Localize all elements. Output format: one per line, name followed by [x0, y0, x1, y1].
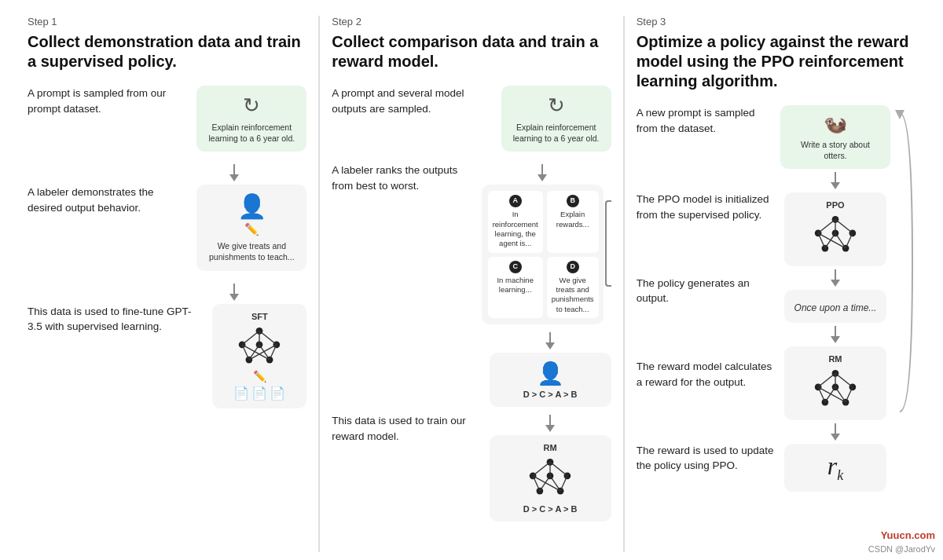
sft-network-svg [232, 323, 287, 370]
feedback-arrow-wrap [893, 105, 915, 435]
svg-marker-24 [545, 425, 555, 432]
step2-person-card-wrap: 👤 D > C > A > B [490, 331, 611, 407]
svg-line-36 [540, 476, 550, 491]
pencil-icon: ✏️ [244, 222, 259, 236]
step3-title: Optimize a policy against the reward mod… [637, 32, 915, 91]
step3-card-label1: Write a story about otters. [790, 140, 881, 161]
step3-text2: The PPO model is initialized from the su… [637, 192, 774, 240]
step2-person-section: 👤 D > C > A > B [332, 331, 611, 407]
step2-title: Collect comparison data and train a rewa… [332, 32, 611, 71]
svg-line-69 [818, 387, 846, 402]
comp-cards-wrap: A In reinforcement learning, the agent i… [482, 163, 604, 324]
cell-text-a: In reinforcement learning, the agent is.… [493, 210, 538, 248]
arrow-step3-1 [829, 172, 842, 189]
file-icon3: 📄 [270, 386, 285, 401]
step3-card4: RM [784, 346, 886, 420]
step2-rm-card: RM [490, 435, 611, 522]
step2-text3: This data is used to train our reward mo… [332, 413, 484, 444]
cell-text-b: Explain rewards... [552, 210, 594, 229]
arrow-step2-3 [544, 415, 556, 432]
step3-cards: 🦦 Write a story about otters. PPO [780, 105, 890, 492]
step1-card-label2: We give treats and punishments to teach.… [206, 241, 297, 262]
comp-cell-d: D We give treats and punishments to teac… [547, 257, 599, 318]
comp-cell-c: C In machine learning... [488, 257, 543, 318]
bracket-line [605, 200, 611, 287]
watermark-red: Yuucn.com [881, 529, 935, 541]
cell-text-c: In machine learning... [493, 276, 538, 295]
file-icons: 📄 📄 📄 [233, 386, 285, 401]
feedback-arrow-svg [893, 105, 915, 435]
ppo-label: PPO [826, 200, 844, 210]
step3-text1: A new prompt is sampled from the dataset… [637, 105, 774, 154]
arrow1 [28, 164, 306, 181]
comparison-group: A In reinforcement learning, the agent i… [482, 163, 611, 324]
pencil-icon2: ✏️ [253, 370, 266, 382]
step3-text4: The reward model calculates a reward for… [637, 359, 774, 408]
step3-card3: Once upon a time... [784, 290, 886, 323]
step1-card-prompt: ↻ Explain reinforcement learning to a 6 … [196, 86, 306, 152]
recycle-icon2: ↻ [548, 93, 565, 118]
step1-text2: A labeler demonstrates the desired outpu… [28, 185, 187, 215]
svg-marker-20 [538, 174, 547, 181]
step2-text1: A prompt and several model outputs are s… [332, 86, 491, 116]
step1-row2: A labeler demonstrates the desired outpu… [28, 185, 306, 270]
svg-line-70 [825, 387, 835, 402]
step1-row3: This data is used to fine-tune GPT-3.5 w… [28, 304, 306, 408]
step3-texts: A new prompt is sampled from the dataset… [637, 105, 774, 492]
rm-label: RM [544, 443, 557, 452]
step2-text2: A labeler ranks the outputs from best to… [332, 163, 476, 193]
step2-card-label1: Explain reinforcement learning to a 6 ye… [511, 123, 602, 144]
step2-comparison-section: A labeler ranks the outputs from best to… [332, 163, 611, 324]
step2-column: Step 2 Collect comparison data and train… [320, 16, 623, 552]
step2-comp-grid-card: A In reinforcement learning, the agent i… [482, 185, 604, 324]
step3-card1: 🦦 Write a story about otters. [780, 105, 890, 169]
step2-label: Step 2 [332, 16, 611, 27]
step2-rm-section: This data is used to train our reward mo… [332, 413, 611, 522]
svg-line-54 [846, 233, 853, 248]
main-container: Step 1 Collect demonstration data and tr… [0, 0, 943, 560]
arrow-step3-4 [829, 423, 842, 441]
step2-content: A prompt and several model outputs are s… [332, 86, 611, 522]
step3-card-label3: Once upon a time... [794, 302, 877, 315]
sft-label: SFT [251, 312, 268, 321]
step1-column: Step 1 Collect demonstration data and tr… [16, 16, 319, 552]
step3-card5: rk [784, 444, 886, 492]
step3-column: Step 3 Optimize a policy against the rew… [625, 16, 927, 552]
svg-line-72 [846, 387, 853, 402]
step3-content: A new prompt is sampled from the dataset… [637, 105, 915, 492]
svg-marker-40 [831, 182, 840, 189]
ppo-network-svg [808, 211, 863, 258]
svg-marker-1 [229, 174, 239, 181]
svg-line-51 [818, 233, 846, 248]
step1-text1: A prompt is sampled from our prompt data… [28, 86, 187, 116]
person-icon: 👤 [237, 192, 266, 220]
rm2-label: RM [828, 354, 842, 364]
step1-content: A prompt is sampled from our prompt data… [28, 86, 306, 419]
step1-label: Step 1 [28, 16, 306, 27]
cell-label-a: A [509, 195, 522, 207]
cell-label-c: C [509, 261, 522, 273]
step1-row1: A prompt is sampled from our prompt data… [28, 86, 306, 152]
step1-text3: This data is used to fine-tune GPT-3.5 w… [28, 304, 203, 335]
rk-symbol: rk [827, 452, 843, 484]
svg-line-52 [825, 233, 835, 248]
arrow-step3-3 [829, 326, 842, 343]
arrow-step2-1 [482, 164, 604, 181]
step1-title: Collect demonstration data and train a s… [28, 32, 306, 71]
step2-row1: A prompt and several model outputs are s… [332, 86, 611, 152]
svg-marker-3 [229, 294, 239, 301]
step3-text5: The reward is used to update the policy … [637, 443, 774, 492]
rm-network-svg [523, 454, 578, 501]
rm2-network-svg [808, 365, 863, 412]
svg-marker-22 [545, 342, 555, 350]
step2-ranking: D > C > A > B [523, 390, 578, 399]
watermark: CSDN @JarodYv [868, 544, 935, 554]
cell-label-b: B [567, 195, 579, 207]
svg-marker-56 [831, 280, 840, 287]
step1-card-labeler: 👤 ✏️ We give treats and punishments to t… [196, 185, 306, 270]
svg-line-35 [533, 476, 560, 491]
comp-cell-a: A In reinforcement learning, the agent i… [488, 191, 543, 252]
step2-rm-card-wrap: RM [490, 413, 611, 522]
svg-marker-74 [831, 434, 840, 441]
step2-person-card: 👤 D > C > A > B [490, 353, 611, 407]
